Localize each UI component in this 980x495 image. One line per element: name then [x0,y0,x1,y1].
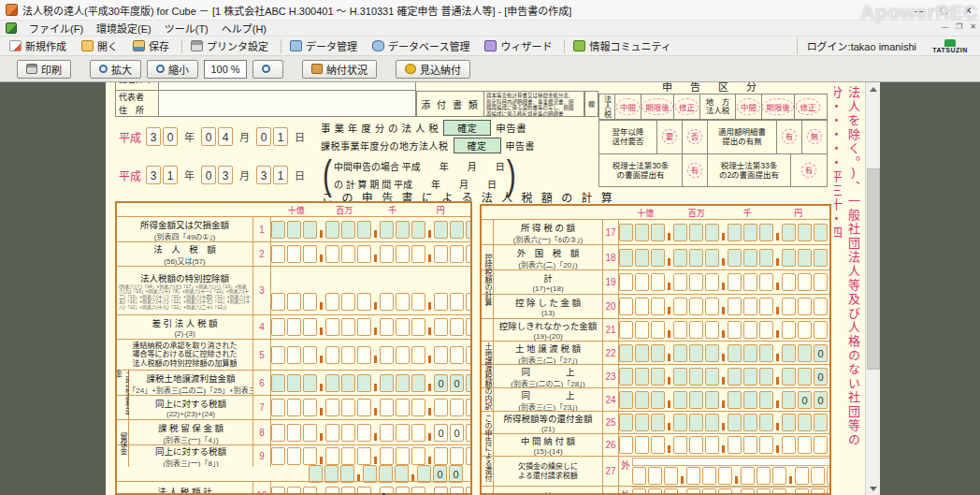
amount-cell[interactable] [411,221,425,239]
amount-cell[interactable] [673,224,687,241]
amount-cell[interactable] [303,399,317,416]
amount-cell[interactable] [325,245,339,263]
amount-cell[interactable] [303,293,317,311]
amount-cell[interactable] [728,391,742,409]
amount-cell[interactable] [651,298,665,315]
amount-cell[interactable] [434,245,448,263]
minimize-button[interactable]: — [914,5,924,16]
amount-cell[interactable] [648,488,662,495]
amount-cell[interactable] [743,391,757,409]
amount-cell[interactable] [303,374,317,392]
amount-cell[interactable] [434,399,448,416]
amount-cell[interactable] [396,424,410,442]
amount-cell[interactable] [759,368,773,386]
amount-cell[interactable] [380,318,394,336]
amount-cell[interactable] [396,245,410,263]
amount-cell[interactable] [635,224,649,241]
amount-cell[interactable] [325,318,339,336]
amount-cell[interactable] [728,249,742,267]
amount-cell[interactable] [450,487,464,495]
amount-cell[interactable] [759,344,773,362]
maximize-button[interactable]: □ [941,5,947,16]
amount-cell[interactable] [673,321,687,339]
amount-cell[interactable] [743,414,757,431]
amount-cell[interactable] [705,344,719,362]
amount-cell[interactable] [411,374,425,392]
amount-cell[interactable] [619,224,633,241]
date-digit-box[interactable]: 0 [163,127,178,146]
amount-cell[interactable] [798,344,812,362]
amount-cell[interactable] [728,344,742,362]
amount-cell[interactable] [648,467,662,485]
fiscal-start-year[interactable]: 30 [146,127,180,146]
amount-cell[interactable] [450,221,464,239]
amount-cell[interactable] [635,344,649,362]
amount-cell[interactable] [357,346,371,364]
amount-cell[interactable] [341,293,355,311]
amount-cell[interactable] [450,293,464,311]
amount-cell[interactable] [357,424,371,442]
date-digit-box[interactable]: 4 [218,127,233,146]
amount-cell[interactable] [303,318,317,336]
amount-cell[interactable] [434,447,448,465]
amount-cell[interactable] [341,346,355,364]
amount-cell[interactable] [705,321,719,339]
zoom-tool-button[interactable] [252,60,283,79]
amount-cell[interactable] [782,368,796,386]
amount-cell[interactable] [287,424,301,442]
amount-cell[interactable] [411,346,425,364]
amount-cell[interactable] [782,414,796,431]
amount-cell[interactable] [396,399,410,416]
amount-cell[interactable] [341,374,355,392]
date-digit-box[interactable]: 1 [273,166,288,184]
amount-cell[interactable] [635,298,649,315]
amount-cell[interactable] [271,293,285,311]
representative-address-field[interactable] [159,91,415,116]
amount-cell[interactable] [357,293,371,311]
amount-cell[interactable] [287,245,301,263]
amount-cell[interactable] [380,293,394,311]
amount-cell[interactable] [325,424,339,442]
amount-cell[interactable] [702,467,716,485]
amount-cell[interactable] [466,487,472,495]
amount-cell[interactable] [728,298,742,315]
amount-cell[interactable] [759,249,773,267]
amount-cell[interactable] [811,488,825,495]
amount-cell[interactable] [357,318,371,336]
amount-cell[interactable] [689,249,703,267]
amount-cell[interactable] [728,414,742,431]
amount-cell[interactable] [686,467,700,485]
amount-cell[interactable] [357,374,371,392]
toolbar-button-wizard[interactable]: ウィザード [479,37,561,54]
amount-cell[interactable] [450,245,464,263]
amount-cell[interactable] [705,436,719,454]
amount-cell[interactable] [728,368,742,386]
amount-cell[interactable] [380,399,394,416]
amount-cell[interactable] [686,488,700,495]
zoom-out-button[interactable]: 縮小 [147,60,198,79]
amount-cell[interactable] [411,245,425,263]
amount-cell[interactable] [651,344,665,362]
amount-cell[interactable] [396,346,410,364]
amount-cell[interactable] [743,249,757,267]
amount-cell[interactable] [287,487,301,495]
amount-cell[interactable] [357,447,371,465]
amount-cell[interactable]: 0 [814,368,828,386]
amount-cell[interactable] [271,346,285,364]
amount-cell[interactable] [743,321,757,339]
amount-cell[interactable] [396,221,410,239]
amount-cell[interactable] [341,399,355,416]
amount-cell[interactable] [466,318,472,336]
amount-cell[interactable] [673,273,687,291]
amount-cell[interactable] [635,391,649,409]
toolbar-button-printer[interactable]: プリンタ設定 [185,37,278,54]
amount-cell[interactable] [635,436,649,454]
amount-cell[interactable] [325,447,339,465]
amount-cell[interactable] [743,273,757,291]
amount-cell[interactable] [728,321,742,339]
amount-cell[interactable] [798,368,812,386]
amount-cell[interactable]: 0 [450,424,464,442]
amount-cell[interactable] [380,424,394,442]
amount-cell[interactable] [651,391,665,409]
amount-cell[interactable] [411,447,425,465]
